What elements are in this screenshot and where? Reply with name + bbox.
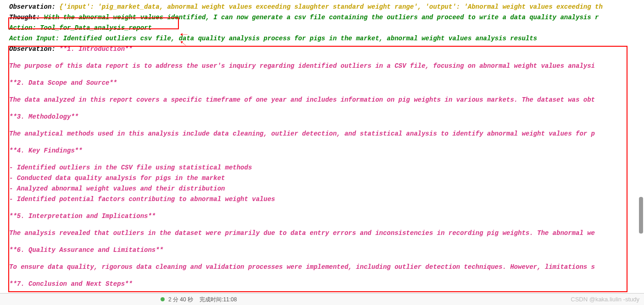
annotation-box-1	[8, 17, 179, 29]
watermark: CSDN @kaka.liulin -study	[571, 295, 644, 304]
finish-time-value: 11:08	[223, 295, 237, 304]
observation-1-text: {'input': 'pig_market_data, abnormal wei…	[59, 3, 603, 11]
scrollbar-thumb[interactable]	[639, 197, 643, 234]
action-input-text: Identified outliers csv file, data quali…	[63, 35, 537, 42]
annotation-box-2	[8, 46, 627, 292]
status-bar: 2 分 40 秒 完成时间: 11:08 CSDN @kaka.liulin -…	[0, 293, 644, 305]
observation-label: Observation:	[9, 3, 56, 11]
action-input-label: Action Input:	[9, 35, 59, 42]
finish-time-label: 完成时间:	[200, 295, 223, 304]
status-dot-icon	[161, 297, 165, 301]
elapsed-time: 2 分 40 秒	[168, 295, 193, 304]
